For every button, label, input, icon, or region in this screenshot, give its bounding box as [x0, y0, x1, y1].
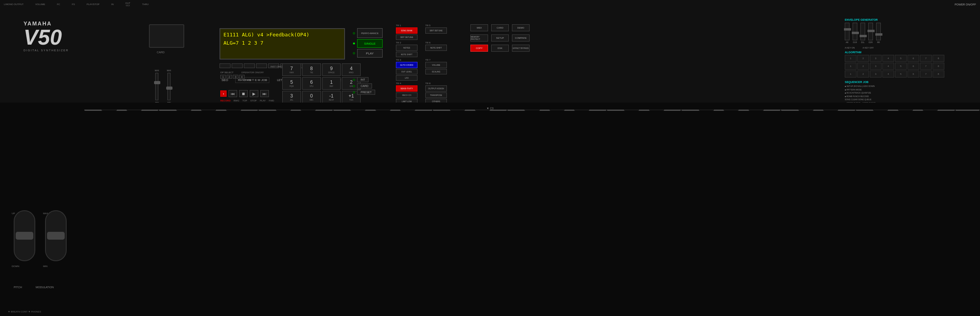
eg-d1l-track[interactable] [860, 23, 865, 40]
mem-protect-btn[interactable]: MEMORY PROTECT [470, 34, 488, 42]
card-int-button[interactable]: CARD [357, 83, 372, 88]
midi-util-btn[interactable]: MIDI [470, 24, 488, 31]
algo-cell-4[interactable]: 4 [882, 55, 894, 62]
algo-cell-23[interactable]: 7 [920, 70, 932, 78]
single-button[interactable]: SINGLE [357, 39, 383, 48]
algo-cell-7[interactable]: 7 [920, 55, 932, 62]
eg-d2r-track[interactable] [868, 23, 873, 40]
display-sub-btn-2[interactable] [232, 63, 243, 68]
black-key-oct3-pos1[interactable] [649, 110, 664, 111]
tr5-sbit-btn[interactable]: SBIT DETUNE [425, 27, 447, 34]
tr3-auto-chord-btn[interactable]: AUTO CHORD [396, 62, 417, 68]
fast-forward-button[interactable]: ⏭ [260, 90, 269, 97]
black-key-oct2-pos0[interactable] [450, 110, 465, 111]
data-slider[interactable] [167, 73, 171, 100]
algo-cell-5[interactable]: 5 [895, 55, 907, 62]
black-key-oct4-pos4[interactable] [898, 110, 913, 111]
algo-cell-15[interactable]: 7 [920, 63, 932, 70]
play-button[interactable]: ▶ [250, 90, 258, 97]
black-key-oct1-pos0[interactable] [276, 110, 291, 111]
tr8-btn[interactable]: OUTPUT ASSIGN [425, 85, 447, 92]
algo-cell-10[interactable]: 2 [857, 63, 869, 70]
pitch-wheel[interactable] [14, 210, 35, 261]
black-key-oct3-pos5[interactable] [749, 110, 764, 111]
algo-cell-22[interactable]: 6 [907, 70, 919, 78]
black-key-oct4-pos3[interactable] [873, 110, 888, 111]
op-btn-4[interactable]: 4 [239, 75, 245, 79]
compare-btn[interactable]: COMPARE [512, 34, 530, 42]
disk-btn[interactable]: DSK [491, 45, 509, 52]
numpad-7[interactable]: 7 VWX [282, 63, 301, 76]
black-key-oct0-pos5[interactable] [226, 110, 241, 111]
algo-cell-17[interactable]: 1 [845, 70, 857, 78]
play-mode-button[interactable]: PLAY [357, 49, 383, 58]
black-key-oct0-pos0[interactable] [102, 110, 116, 111]
record-button[interactable]: ● [220, 90, 227, 97]
numpad-0[interactable]: 0 ABC [302, 91, 321, 103]
tr6-btn[interactable]: NOTE SHIFT [425, 45, 447, 51]
card-slot[interactable] [149, 24, 184, 48]
effect-bypass-btn[interactable]: EFFECT BYPASS [512, 45, 530, 52]
int-button[interactable]: INT [357, 77, 368, 82]
algo-cell-21[interactable]: 5 [895, 70, 907, 78]
algo-cell-12[interactable]: 4 [882, 63, 894, 70]
demo-btn[interactable]: DEMO [512, 24, 530, 31]
algo-cell-24[interactable]: 8 [933, 70, 944, 78]
tr8-transpose-btn[interactable]: TRANSPOSE [425, 92, 447, 98]
black-key-oct1-pos5[interactable] [400, 110, 415, 111]
algo-cell-3[interactable]: 3 [870, 55, 882, 62]
rewind-button[interactable]: ⏮ [229, 90, 237, 97]
black-key-oct1-pos3[interactable] [350, 110, 365, 111]
display-sub-btn-1[interactable] [220, 63, 230, 68]
op-btn-3[interactable]: 3 [233, 75, 238, 79]
black-key-oct2-pos5[interactable] [574, 110, 589, 111]
tr3-voice-btn[interactable]: OUT LEVEL [396, 69, 417, 74]
eg-d1r-track[interactable] [853, 23, 857, 40]
eg-ar-track[interactable] [845, 23, 849, 40]
black-key-oct0-pos3[interactable] [176, 110, 191, 111]
black-key-oct1-pos4[interactable] [376, 110, 390, 111]
eg-rr-track[interactable] [876, 23, 881, 40]
op-btn-1[interactable]: 1 [220, 75, 226, 79]
tr1-song-bank-btn[interactable]: SONG BANK [396, 27, 417, 34]
algo-cell-11[interactable]: 3 [870, 63, 882, 70]
algo-cell-16[interactable]: 8 [933, 63, 944, 70]
modulation-wheel[interactable] [45, 210, 67, 261]
copy-btn[interactable]: COPY [470, 45, 488, 52]
algo-cell-6[interactable]: 6 [907, 55, 919, 62]
tr4-recv-btn[interactable]: RECV CH [396, 92, 417, 98]
tr7-scaling-btn[interactable]: SCALING [425, 69, 447, 74]
algo-cell-18[interactable]: 2 [857, 70, 869, 78]
numpad-5[interactable]: 5 PQR [282, 77, 301, 90]
algo-cell-14[interactable]: 6 [907, 63, 919, 70]
power-button[interactable]: POWER ON/OFF [955, 3, 976, 6]
tr4-sensi-btn[interactable]: SENSI-TIVITY [396, 85, 417, 92]
numpad-4[interactable]: 4 MNO [342, 63, 361, 76]
display-sub-btn-3[interactable] [244, 63, 255, 68]
seo-btn[interactable]: SEO [221, 78, 228, 82]
black-key-oct4-pos0[interactable] [799, 110, 813, 111]
black-key-oct4-pos5[interactable] [923, 110, 938, 111]
black-key-oct3-pos4[interactable] [724, 110, 739, 111]
black-key-oct3-pos3[interactable] [699, 110, 714, 111]
vol-slider[interactable] [155, 73, 158, 100]
algo-cell-1[interactable]: 1 [845, 55, 857, 62]
numpad-8[interactable]: 8 TIE [302, 63, 321, 76]
black-key-oct1-pos1[interactable] [301, 110, 316, 111]
white-key-35[interactable] [955, 110, 980, 111]
numpad-3[interactable]: 3 JKL [282, 91, 301, 103]
black-key-oct0-pos1[interactable] [127, 110, 142, 111]
black-key-oct4-pos1[interactable] [823, 110, 838, 111]
display-sub-btn-4[interactable] [256, 63, 267, 68]
setup-btn[interactable]: SETUP [491, 34, 509, 42]
tr7-btn[interactable]: VOLUME [425, 62, 447, 68]
black-key-oct2-pos1[interactable] [475, 110, 490, 111]
black-key-oct3-pos0[interactable] [624, 110, 639, 111]
algo-cell-13[interactable]: 5 [895, 63, 907, 70]
op-btn-2[interactable]: 2 [227, 75, 232, 79]
card-util-btn[interactable]: CARD [491, 24, 509, 31]
numpad-1[interactable]: 1 DEF [322, 77, 341, 90]
black-key-oct2-pos3[interactable] [524, 110, 539, 111]
algo-cell-8[interactable]: 8 [933, 55, 944, 62]
tr1-notes-btn[interactable]: SBIT DETUNE [396, 34, 417, 40]
